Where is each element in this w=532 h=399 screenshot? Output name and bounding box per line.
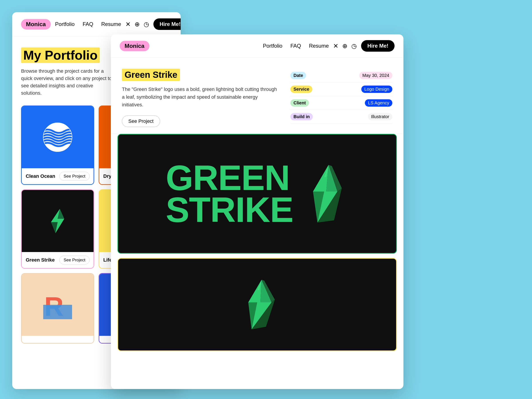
card-r-project-footer (22, 336, 94, 343)
wave-sphere-icon (41, 120, 74, 154)
project-images: GREEN STRIKE (111, 134, 403, 358)
card-clean-ocean-footer: Clean Ocean See Project (22, 168, 94, 184)
green-strike-display: GREEN STRIKE (166, 162, 349, 226)
project-secondary-image (117, 258, 397, 351)
service-label: Service (290, 86, 312, 93)
card-clean-ocean-btn[interactable]: See Project (59, 172, 89, 181)
project-name-wrap: Green Strike (122, 69, 180, 81)
dribbble-icon[interactable]: ⊕ (134, 21, 140, 28)
project-main-image: GREEN STRIKE (117, 134, 397, 253)
date-value: May 30, 2024 (359, 72, 392, 79)
back-nav-icons: ✕ ⊕ ◷ (126, 21, 149, 28)
portfolio-description: Browse through the project cards for a q… (21, 67, 114, 97)
meta-row-service: Service Logo Design (290, 82, 392, 96)
green-strike-3d-icon (300, 163, 348, 225)
back-nav-faq[interactable]: FAQ (83, 21, 93, 27)
card-green-strike: Green Strike See Project (21, 189, 94, 269)
card-clean-ocean-image (22, 106, 94, 168)
green-strike-word1: GREEN (166, 162, 290, 194)
back-hire-button[interactable]: Hire Me! (153, 18, 181, 30)
portfolio-title-wrap: My Portfolio (21, 47, 100, 63)
project-name: Green Strike (125, 70, 177, 80)
back-logo[interactable]: Monica (21, 19, 51, 30)
front-logo[interactable]: Monica (120, 41, 149, 51)
project-info: Green Strike The "Green Strike" logo use… (111, 58, 403, 134)
card-clean-ocean: Clean Ocean See Project (21, 106, 94, 185)
card-clean-ocean-title: Clean Ocean (26, 173, 55, 179)
see-project-button[interactable]: See Project (122, 115, 160, 127)
meta-row-buildin: Build in Illustrator (290, 110, 392, 124)
green-strike-3d-icon-2 (237, 278, 277, 331)
front-instagram-icon[interactable]: ◷ (351, 42, 357, 50)
front-hire-button[interactable]: Hire Me! (361, 40, 395, 52)
client-value: LS Agency (365, 99, 392, 107)
back-nav-portfolio[interactable]: Portfolio (55, 21, 75, 27)
client-label: Client (290, 99, 309, 107)
front-nav-resume[interactable]: Resume (309, 43, 329, 49)
front-nav-faq[interactable]: FAQ (290, 43, 301, 49)
project-meta: Date May 30, 2024 Service Logo Design Cl… (290, 69, 392, 127)
front-nav-portfolio[interactable]: Portfolio (263, 43, 282, 49)
instagram-icon[interactable]: ◷ (144, 21, 149, 28)
back-nav-resume[interactable]: Resume (101, 21, 121, 27)
twitter-icon[interactable]: ✕ (126, 21, 131, 28)
meta-row-client: Client LS Agency (290, 96, 392, 110)
svg-marker-3 (51, 209, 64, 233)
buildin-value: Illustrator (368, 113, 392, 120)
buildin-label: Build in (290, 113, 313, 120)
front-nav-links: Portfolio FAQ Resume (263, 43, 329, 49)
card-r-project: R R R R (21, 273, 94, 344)
back-nav: Monica Portfolio FAQ Resume ✕ ⊕ ◷ Hire M… (12, 12, 181, 36)
back-nav-links: Portfolio FAQ Resume (55, 21, 121, 27)
front-nav: Monica Portfolio FAQ Resume ✕ ⊕ ◷ Hire M… (111, 34, 403, 58)
card-green-strike-title: Green Strike (26, 257, 55, 263)
card-r-project-image: R R R R (22, 274, 94, 336)
green-strike-word2: STRIKE (166, 194, 293, 226)
date-label: Date (290, 72, 306, 79)
card-green-strike-image (22, 190, 94, 252)
r-icon: R R R R (43, 290, 72, 319)
project-left: Green Strike The "Green Strike" logo use… (122, 69, 279, 127)
card-green-strike-footer: Green Strike See Project (22, 252, 94, 268)
front-window: Monica Portfolio FAQ Resume ✕ ⊕ ◷ Hire M… (111, 34, 403, 389)
card-green-strike-btn[interactable]: See Project (59, 256, 89, 265)
lightning-bolt-icon (47, 208, 69, 234)
project-description: The "Green Strike" logo uses a bold, gre… (122, 85, 279, 109)
meta-row-date: Date May 30, 2024 (290, 69, 392, 82)
portfolio-title: My Portfolio (23, 49, 98, 62)
green-strike-text: GREEN STRIKE (166, 162, 293, 226)
front-twitter-icon[interactable]: ✕ (333, 42, 338, 50)
front-dribbble-icon[interactable]: ⊕ (342, 42, 347, 50)
service-value: Logo Design (361, 86, 392, 93)
front-nav-icons: ✕ ⊕ ◷ (333, 42, 357, 50)
